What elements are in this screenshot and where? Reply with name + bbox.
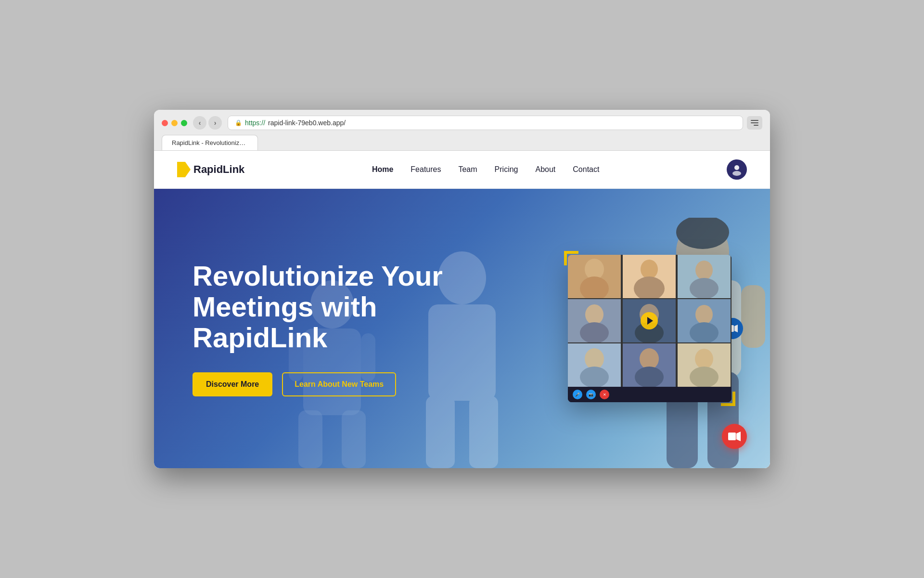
video-cell-3 [678, 255, 731, 298]
svg-point-45 [635, 367, 664, 387]
browser-window: ‹ › 🔒 https://rapid-link-79eb0.web.app/ [154, 110, 770, 468]
play-icon [647, 317, 653, 325]
svg-point-44 [640, 348, 659, 369]
video-cell-2 [623, 255, 676, 298]
hero-title-line2: Meetings with [192, 291, 377, 322]
svg-point-1 [732, 171, 741, 176]
url-rest: rapid-link-79eb0.web.app/ [268, 119, 346, 127]
minimize-button[interactable] [171, 120, 178, 126]
browser-nav-buttons: ‹ › [193, 116, 222, 130]
video-cell-8 [623, 343, 676, 387]
video-cell-1 [568, 255, 621, 298]
svg-rect-19 [469, 396, 498, 468]
hero-buttons: Discover More Learn About New Teams [192, 372, 443, 396]
video-grid-container: 🎤 📷 ✕ [568, 255, 732, 402]
svg-rect-49 [728, 433, 736, 440]
hero-content: Revolutionize Your Meetings with RapidLi… [192, 261, 443, 396]
back-button[interactable]: ‹ [193, 116, 206, 130]
hero-title-line1: Revolutionize Your [192, 260, 443, 291]
hero-title: Revolutionize Your Meetings with RapidLi… [192, 261, 443, 353]
camera-button[interactable]: 📷 [586, 390, 596, 399]
svg-point-0 [734, 165, 739, 170]
discover-more-button[interactable]: Discover More [192, 372, 272, 396]
svg-point-32 [585, 304, 603, 325]
maximize-button[interactable] [181, 120, 187, 126]
svg-point-42 [580, 367, 609, 387]
svg-point-47 [695, 349, 713, 369]
svg-point-41 [585, 348, 604, 369]
hero-title-line3: RapidLink [192, 322, 327, 353]
nav-pricing[interactable]: Pricing [495, 165, 518, 173]
svg-marker-50 [736, 432, 741, 441]
video-cell-7 [568, 343, 621, 387]
mute-button[interactable]: 🎤 [573, 390, 582, 399]
svg-point-39 [690, 322, 719, 342]
play-button-overlay[interactable] [641, 312, 658, 329]
navbar: RapidLink Home Features Team Pricing Abo… [154, 151, 770, 189]
video-grid-wrapper: 🎤 📷 ✕ [568, 255, 732, 402]
website-content: RapidLink Home Features Team Pricing Abo… [154, 151, 770, 468]
svg-point-33 [580, 322, 609, 342]
svg-rect-4 [298, 410, 322, 468]
svg-point-26 [641, 260, 658, 279]
browser-tabs: RapidLink - Revolutionize Your Meetings [162, 135, 762, 150]
browser-tab[interactable]: RapidLink - Revolutionize Your Meetings [162, 135, 258, 150]
nav-links: Home Features Team Pricing About Contact [372, 165, 600, 174]
svg-rect-5 [342, 410, 366, 468]
learn-about-teams-button[interactable]: Learn About New Teams [282, 372, 396, 396]
svg-point-30 [690, 278, 719, 298]
video-cell-9 [678, 343, 731, 387]
logo-icon [177, 162, 191, 177]
video-cell-5 [623, 299, 676, 342]
video-cell-6 [678, 299, 731, 342]
svg-point-48 [690, 367, 719, 387]
video-controls: 🎤 📷 ✕ [568, 387, 732, 402]
browser-chrome: ‹ › 🔒 https://rapid-link-79eb0.web.app/ [154, 110, 770, 151]
svg-point-38 [695, 305, 713, 324]
forward-button[interactable]: › [208, 116, 222, 130]
svg-rect-14 [741, 285, 765, 348]
floating-video-badge [722, 424, 747, 449]
svg-point-29 [695, 261, 713, 280]
nav-features[interactable]: Features [411, 165, 441, 173]
end-call-button[interactable]: ✕ [600, 390, 609, 399]
hero-section: Revolutionize Your Meetings with RapidLi… [154, 189, 770, 468]
close-button[interactable] [162, 120, 168, 126]
svg-rect-18 [426, 396, 455, 468]
user-avatar[interactable] [727, 159, 747, 180]
logo[interactable]: RapidLink [177, 162, 244, 177]
nav-contact[interactable]: Contact [573, 165, 599, 173]
lock-icon: 🔒 [235, 119, 242, 126]
browser-menu-button[interactable] [747, 116, 762, 130]
traffic-lights [162, 120, 187, 126]
address-bar[interactable]: 🔒 https://rapid-link-79eb0.web.app/ [228, 116, 743, 130]
menu-line [754, 125, 758, 126]
nav-about[interactable]: About [536, 165, 556, 173]
video-grid-inner [568, 255, 732, 387]
nav-team[interactable]: Team [458, 165, 477, 173]
logo-text: RapidLink [193, 163, 244, 176]
url-https: https:// [245, 119, 265, 127]
menu-line [751, 120, 758, 121]
menu-line [751, 122, 758, 123]
video-cell-4 [568, 299, 621, 342]
svg-point-16 [438, 251, 486, 304]
svg-marker-21 [734, 325, 738, 332]
nav-home[interactable]: Home [372, 165, 393, 173]
video-grid: 🎤 📷 ✕ [568, 255, 732, 402]
